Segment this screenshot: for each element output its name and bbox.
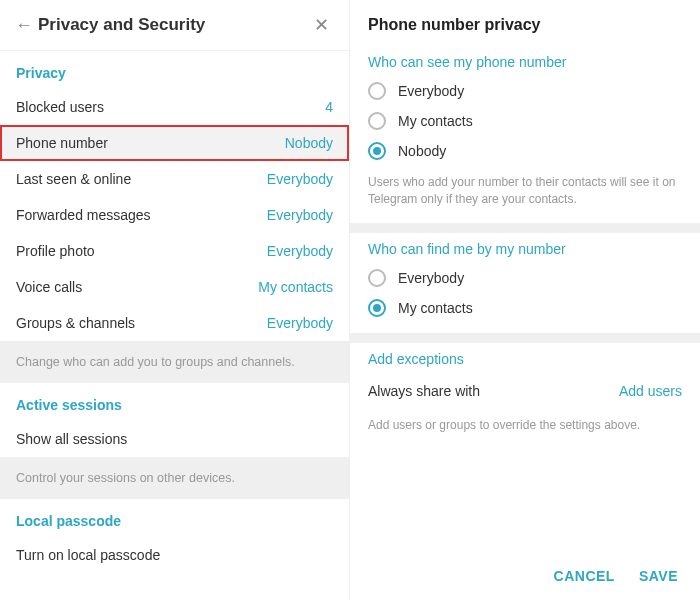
- row-label: Voice calls: [16, 279, 82, 295]
- row-voice-calls[interactable]: Voice calls My contacts: [0, 269, 349, 305]
- row-value: Everybody: [267, 315, 333, 331]
- radio-icon: [368, 269, 386, 287]
- save-button[interactable]: SAVE: [639, 568, 678, 584]
- radio-label: My contacts: [398, 300, 473, 316]
- row-forwarded[interactable]: Forwarded messages Everybody: [0, 197, 349, 233]
- see-hint: Users who add your number to their conta…: [350, 166, 700, 223]
- row-blocked-users[interactable]: Blocked users 4: [0, 89, 349, 125]
- page-title: Privacy and Security: [38, 15, 309, 35]
- find-heading: Who can find me by my number: [350, 233, 700, 263]
- row-label: Groups & channels: [16, 315, 135, 331]
- detail-title: Phone number privacy: [350, 0, 700, 46]
- row-last-seen[interactable]: Last seen & online Everybody: [0, 161, 349, 197]
- privacy-footer: Change who can add you to groups and cha…: [0, 341, 349, 383]
- row-phone-number[interactable]: Phone number Nobody: [0, 125, 349, 161]
- row-value: 4: [325, 99, 333, 115]
- row-label: Show all sessions: [16, 431, 127, 447]
- radio-see-everybody[interactable]: Everybody: [350, 76, 700, 106]
- radio-label: Everybody: [398, 270, 464, 286]
- sessions-heading: Active sessions: [0, 383, 349, 421]
- exceptions-heading: Add exceptions: [350, 343, 700, 373]
- row-label: Phone number: [16, 135, 108, 151]
- action-buttons: CANCEL SAVE: [350, 568, 700, 600]
- separator: [350, 333, 700, 343]
- radio-label: Nobody: [398, 143, 446, 159]
- row-label: Forwarded messages: [16, 207, 151, 223]
- radio-find-everybody[interactable]: Everybody: [350, 263, 700, 293]
- privacy-heading: Privacy: [0, 51, 349, 89]
- exceptions-hint: Add users or groups to override the sett…: [350, 409, 700, 448]
- radio-icon: [368, 142, 386, 160]
- row-profile-photo[interactable]: Profile photo Everybody: [0, 233, 349, 269]
- row-value: My contacts: [258, 279, 333, 295]
- exceptions-label: Always share with: [368, 383, 480, 399]
- radio-icon: [368, 299, 386, 317]
- passcode-heading: Local passcode: [0, 499, 349, 537]
- radio-see-mycontacts[interactable]: My contacts: [350, 106, 700, 136]
- row-turn-on-passcode[interactable]: Turn on local passcode: [0, 537, 349, 573]
- close-icon[interactable]: ✕: [309, 14, 333, 36]
- sessions-footer: Control your sessions on other devices.: [0, 457, 349, 499]
- phone-number-privacy-panel: Phone number privacy Who can see my phon…: [350, 0, 700, 600]
- radio-label: My contacts: [398, 113, 473, 129]
- see-heading: Who can see my phone number: [350, 46, 700, 76]
- row-label: Turn on local passcode: [16, 547, 160, 563]
- radio-see-nobody[interactable]: Nobody: [350, 136, 700, 166]
- row-value: Everybody: [267, 243, 333, 259]
- privacy-security-panel: ← Privacy and Security ✕ Privacy Blocked…: [0, 0, 350, 600]
- radio-find-mycontacts[interactable]: My contacts: [350, 293, 700, 323]
- row-value: Nobody: [285, 135, 333, 151]
- cancel-button[interactable]: CANCEL: [554, 568, 615, 584]
- row-show-sessions[interactable]: Show all sessions: [0, 421, 349, 457]
- exceptions-row: Always share with Add users: [350, 373, 700, 409]
- row-groups-channels[interactable]: Groups & channels Everybody: [0, 305, 349, 341]
- row-label: Profile photo: [16, 243, 95, 259]
- row-label: Blocked users: [16, 99, 104, 115]
- left-header: ← Privacy and Security ✕: [0, 0, 349, 51]
- row-value: Everybody: [267, 171, 333, 187]
- row-label: Last seen & online: [16, 171, 131, 187]
- radio-label: Everybody: [398, 83, 464, 99]
- separator: [350, 223, 700, 233]
- add-users-button[interactable]: Add users: [619, 383, 682, 399]
- radio-icon: [368, 82, 386, 100]
- radio-icon: [368, 112, 386, 130]
- back-icon[interactable]: ←: [10, 15, 38, 36]
- row-value: Everybody: [267, 207, 333, 223]
